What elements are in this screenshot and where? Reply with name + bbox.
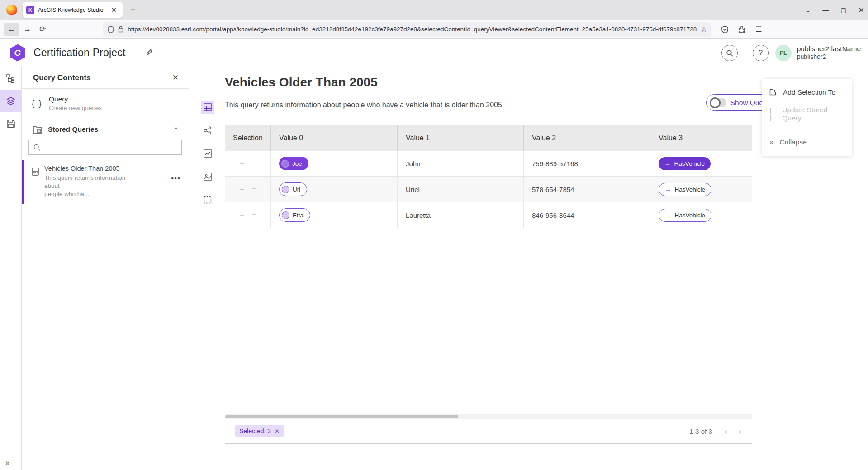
selected-count-chip[interactable]: Selected: 3 ✕ — [235, 425, 284, 437]
sidebar-item-knowledge-graph[interactable] — [0, 67, 21, 90]
hierarchy-graph-icon — [6, 74, 15, 83]
maximize-icon[interactable]: ▢ — [840, 6, 846, 14]
panel-title: Query Contents — [33, 73, 91, 82]
stored-query-title: Vehicles Older Than 2005 — [44, 165, 135, 172]
help-button[interactable]: ? — [753, 45, 769, 61]
column-header-value1[interactable]: Value 1 — [398, 125, 524, 151]
entity-pill[interactable]: Joe — [279, 157, 308, 170]
select-marquee-button[interactable] — [201, 193, 214, 206]
map-view-button[interactable] — [201, 170, 214, 183]
menu-item-add-selection-to[interactable]: Add Selection To — [762, 82, 852, 103]
row-remove-icon[interactable]: − — [251, 211, 256, 220]
page-next-icon[interactable]: › — [739, 426, 742, 436]
column-header-selection[interactable]: Selection — [225, 125, 271, 151]
user-subname: publisher2 — [797, 53, 861, 61]
collapse-chevrons-icon: » — [769, 138, 773, 147]
url-text[interactable]: https://dev0028833.esri.com/portal/apps/… — [128, 26, 697, 33]
entity-dot-icon — [281, 160, 289, 168]
table-footer: Selected: 3 ✕ 1-3 of 3 ‹ › — [225, 419, 752, 443]
table-row[interactable]: + − Uri Uriel 578-654-7854 →HasVehicle — [225, 177, 752, 202]
sidebar-item-query[interactable] — [0, 90, 21, 112]
bookmark-star-icon[interactable]: ☆ — [701, 25, 707, 34]
tab-close-icon[interactable]: ✕ — [108, 5, 119, 15]
list-tabs-icon[interactable]: ⌄ — [806, 6, 811, 14]
user-avatar[interactable]: PL — [775, 45, 792, 61]
column-header-value0[interactable]: Value 0 — [271, 125, 398, 151]
user-name-block[interactable]: publisher2 lastName publisher2 — [797, 44, 861, 61]
hamburger-menu-icon[interactable]: ☰ — [755, 25, 762, 34]
context-menu: Add Selection To { } Update Stored Query… — [762, 79, 852, 156]
item-options-icon[interactable]: ••• — [171, 174, 180, 183]
window-close-icon[interactable]: ✕ — [859, 6, 864, 14]
panel-close-icon[interactable]: ✕ — [172, 73, 179, 82]
back-icon[interactable]: ← — [4, 23, 19, 36]
cell-value2: 759-889-57168 — [524, 151, 650, 176]
document-icon — [32, 168, 39, 199]
left-icon-rail: » — [0, 67, 22, 470]
stored-queries-label: Stored Queries — [48, 125, 174, 134]
chevron-up-icon[interactable]: ⌃ — [174, 126, 179, 133]
relationship-pill[interactable]: →HasVehicle — [659, 157, 711, 170]
toggle-switch[interactable] — [710, 98, 726, 107]
menu-item-update-stored-query[interactable]: { } Update Stored Query — [762, 103, 852, 125]
entity-dot-icon — [282, 186, 289, 193]
new-tab-button[interactable]: + — [128, 4, 138, 16]
stored-queries-search-input[interactable] — [28, 140, 182, 155]
rail-expand-icon[interactable]: » — [0, 458, 22, 467]
entity-pill[interactable]: Uri — [279, 182, 307, 196]
page-prev-icon[interactable]: ‹ — [724, 426, 727, 436]
chart-view-button[interactable] — [201, 147, 214, 160]
scrollbar-thumb[interactable] — [225, 415, 458, 418]
project-title: Certification Project — [33, 47, 126, 59]
reload-icon[interactable]: ⟳ — [35, 23, 50, 36]
arcgis-knowledge-logo-icon: G — [10, 44, 25, 62]
page-title: Vehicles Older Than 2005 — [225, 75, 378, 90]
search-icon — [33, 144, 40, 151]
row-add-icon[interactable]: + — [240, 185, 244, 194]
arrow-icon: → — [664, 160, 671, 167]
arcgis-favicon-icon: K — [26, 6, 34, 14]
sidebar-item-save[interactable] — [0, 112, 21, 135]
browser-tab[interactable]: K ArcGIS Knowledge Studio ✕ — [23, 2, 123, 18]
url-bar[interactable]: https://dev0028833.esri.com/portal/apps/… — [103, 22, 711, 37]
cell-value1: Uriel — [398, 177, 524, 202]
link-chart-view-button[interactable] — [201, 124, 214, 137]
table-view-button[interactable] — [201, 101, 214, 114]
row-add-icon[interactable]: + — [240, 211, 244, 220]
arrow-icon: → — [665, 212, 671, 219]
results-table: Selection Value 0 Value 1 Value 2 Value … — [225, 125, 752, 444]
browser-toolbar: ← → ⟳ https://dev0028833.esri.com/portal… — [0, 20, 868, 39]
firefox-icon[interactable] — [6, 5, 17, 15]
row-add-icon[interactable]: + — [240, 159, 244, 168]
forward-icon[interactable]: → — [19, 23, 35, 36]
pocket-icon[interactable] — [721, 26, 728, 33]
minimize-icon[interactable]: — — [822, 6, 829, 14]
save-floppy-icon — [7, 120, 15, 128]
relationship-pill[interactable]: →HasVehicle — [659, 183, 711, 196]
query-item-label: Query — [49, 95, 102, 103]
table-row[interactable]: + − Etta Lauretta 846-956-8644 →HasVehic… — [225, 202, 752, 228]
relationship-pill[interactable]: →HasVehicle — [659, 209, 711, 222]
cell-value2: 578-654-7854 — [524, 177, 650, 202]
row-remove-icon[interactable]: − — [251, 159, 256, 168]
add-selection-icon — [769, 89, 777, 96]
shield-icon[interactable] — [108, 26, 114, 33]
extensions-puzzle-icon[interactable] — [738, 26, 745, 33]
edit-title-pencil-icon[interactable]: ✎ — [146, 48, 153, 58]
lock-icon[interactable] — [118, 26, 123, 33]
stored-query-item[interactable]: Vehicles Older Than 2005 This query retu… — [22, 160, 189, 204]
column-header-value2[interactable]: Value 2 — [524, 125, 650, 151]
horizontal-scrollbar[interactable] — [225, 414, 752, 419]
new-query-item[interactable]: { } Query Create new queries — [22, 89, 189, 118]
stored-queries-header[interactable]: Stored Queries ⌃ — [22, 118, 189, 138]
menu-item-collapse[interactable]: » Collapse — [762, 131, 852, 153]
entity-pill[interactable]: Etta — [279, 208, 310, 222]
search-button[interactable] — [721, 45, 738, 61]
main-content: Vehicles Older Than 2005 This query retu… — [189, 67, 868, 470]
pagination-range: 1-3 of 3 — [689, 427, 712, 435]
cell-value2: 846-956-8644 — [524, 202, 650, 228]
column-header-value3[interactable]: Value 3 — [650, 125, 752, 151]
table-row[interactable]: + − Joe John 759-889-57168 →HasVehicle — [225, 151, 752, 177]
row-remove-icon[interactable]: − — [251, 185, 256, 194]
clear-selection-icon[interactable]: ✕ — [275, 428, 280, 435]
